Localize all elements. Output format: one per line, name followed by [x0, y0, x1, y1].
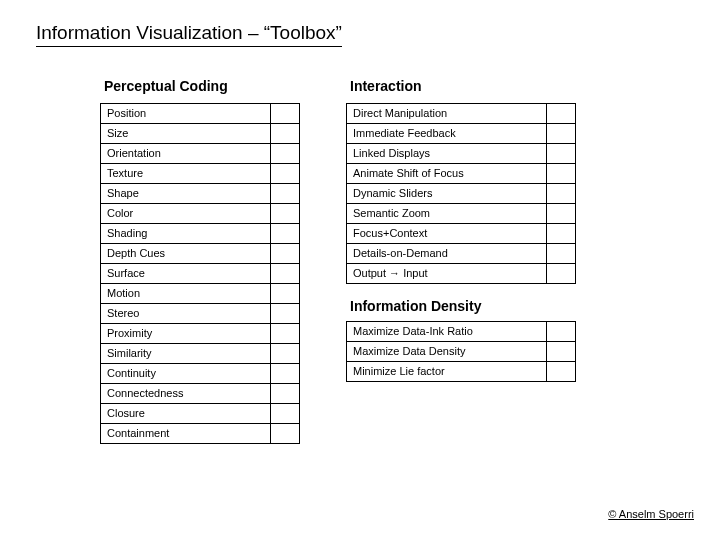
- cell-blank: [547, 264, 575, 283]
- list-item: Connectedness: [101, 384, 271, 403]
- table-row: Focus+Context: [346, 223, 576, 244]
- table-row: Output → Input: [346, 263, 576, 284]
- table-row: Animate Shift of Focus: [346, 163, 576, 184]
- table-row: Motion: [100, 283, 300, 304]
- perceptual-coding-header: Perceptual Coding: [100, 78, 300, 94]
- table-row: Dynamic Sliders: [346, 183, 576, 204]
- cell-blank: [271, 244, 299, 263]
- table-row: Similarity: [100, 343, 300, 364]
- cell-blank: [547, 144, 575, 163]
- cell-blank: [547, 104, 575, 123]
- table-row: Position: [100, 103, 300, 124]
- cell-blank: [271, 184, 299, 203]
- cell-blank: [271, 124, 299, 143]
- left-column: Perceptual Coding Position Size Orientat…: [100, 78, 300, 444]
- table-row: Depth Cues: [100, 243, 300, 264]
- list-item: Similarity: [101, 344, 271, 363]
- table-row: Continuity: [100, 363, 300, 384]
- table-row: Maximize Data-Ink Ratio: [346, 321, 576, 342]
- list-item: Minimize Lie factor: [347, 362, 547, 381]
- cell-blank: [547, 244, 575, 263]
- cell-blank: [547, 362, 575, 381]
- cell-blank: [271, 364, 299, 383]
- cell-blank: [271, 224, 299, 243]
- list-item: Closure: [101, 404, 271, 423]
- table-row: Immediate Feedback: [346, 123, 576, 144]
- cell-blank: [271, 404, 299, 423]
- list-item: Maximize Data-Ink Ratio: [347, 322, 547, 341]
- right-column: Interaction Direct Manipulation Immediat…: [346, 78, 576, 382]
- list-item: Details-on-Demand: [347, 244, 547, 263]
- list-item: Motion: [101, 284, 271, 303]
- list-item: Output → Input: [347, 264, 547, 283]
- information-density-header: Information Density: [346, 298, 576, 314]
- attribution: © Anselm Spoerri: [608, 508, 694, 520]
- cell-blank: [547, 164, 575, 183]
- cell-blank: [271, 284, 299, 303]
- table-row: Orientation: [100, 143, 300, 164]
- list-item: Color: [101, 204, 271, 223]
- list-item: Maximize Data Density: [347, 342, 547, 361]
- table-row: Closure: [100, 403, 300, 424]
- table-row: Details-on-Demand: [346, 243, 576, 264]
- list-item: Dynamic Sliders: [347, 184, 547, 203]
- list-item: Linked Displays: [347, 144, 547, 163]
- list-item: Stereo: [101, 304, 271, 323]
- table-row: Shape: [100, 183, 300, 204]
- table-row: Size: [100, 123, 300, 144]
- list-item: Size: [101, 124, 271, 143]
- cell-blank: [271, 344, 299, 363]
- table-row: Semantic Zoom: [346, 203, 576, 224]
- cell-blank: [271, 164, 299, 183]
- list-item: Animate Shift of Focus: [347, 164, 547, 183]
- list-item: Containment: [101, 424, 271, 443]
- cell-blank: [271, 144, 299, 163]
- table-row: Containment: [100, 423, 300, 444]
- cell-blank: [271, 204, 299, 223]
- table-row: Shading: [100, 223, 300, 244]
- table-row: Texture: [100, 163, 300, 184]
- cell-blank: [547, 124, 575, 143]
- list-item: Continuity: [101, 364, 271, 383]
- cell-blank: [547, 322, 575, 341]
- list-item: Shading: [101, 224, 271, 243]
- cell-blank: [271, 384, 299, 403]
- table-row: Color: [100, 203, 300, 224]
- table-row: Maximize Data Density: [346, 341, 576, 362]
- page-title: Information Visualization – “Toolbox”: [36, 22, 342, 47]
- cell-blank: [271, 104, 299, 123]
- cell-blank: [547, 224, 575, 243]
- list-item: Texture: [101, 164, 271, 183]
- list-item: Depth Cues: [101, 244, 271, 263]
- table-row: Surface: [100, 263, 300, 284]
- list-item: Orientation: [101, 144, 271, 163]
- interaction-header: Interaction: [346, 78, 576, 94]
- list-item: Focus+Context: [347, 224, 547, 243]
- cell-blank: [271, 264, 299, 283]
- list-item: Direct Manipulation: [347, 104, 547, 123]
- list-item: Immediate Feedback: [347, 124, 547, 143]
- cell-blank: [271, 324, 299, 343]
- table-row: Stereo: [100, 303, 300, 324]
- list-item: Position: [101, 104, 271, 123]
- cell-blank: [547, 342, 575, 361]
- table-row: Connectedness: [100, 383, 300, 404]
- table-row: Direct Manipulation: [346, 103, 576, 124]
- table-row: Proximity: [100, 323, 300, 344]
- list-item: Surface: [101, 264, 271, 283]
- cell-blank: [547, 204, 575, 223]
- list-item: Proximity: [101, 324, 271, 343]
- list-item: Semantic Zoom: [347, 204, 547, 223]
- cell-blank: [271, 424, 299, 443]
- table-row: Minimize Lie factor: [346, 361, 576, 382]
- cell-blank: [547, 184, 575, 203]
- cell-blank: [271, 304, 299, 323]
- list-item: Shape: [101, 184, 271, 203]
- table-row: Linked Displays: [346, 143, 576, 164]
